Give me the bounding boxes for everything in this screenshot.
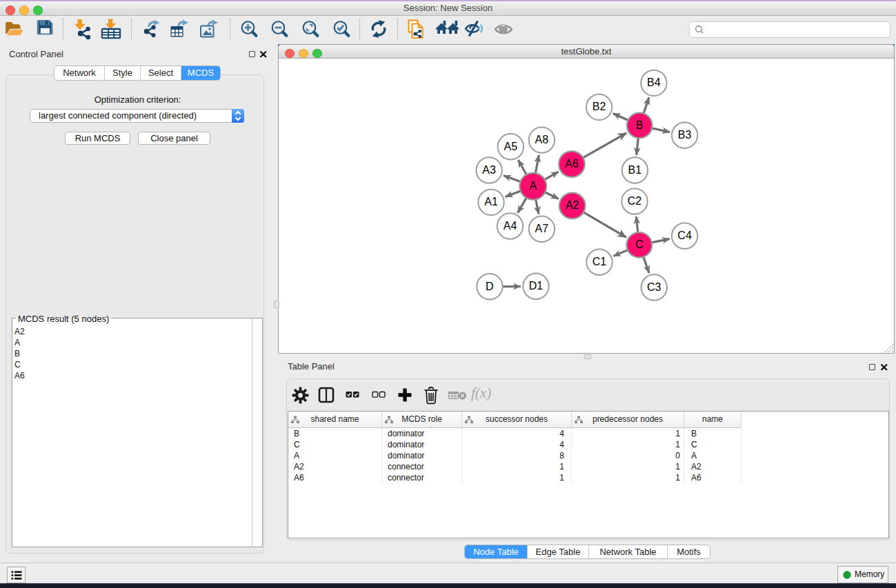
svg-text:C2: C2: [628, 195, 642, 207]
svg-text:A: A: [529, 180, 537, 192]
svg-text:A2: A2: [566, 199, 579, 211]
svg-text:A8: A8: [535, 134, 549, 145]
svg-text:C: C: [635, 239, 644, 250]
svg-text:D1: D1: [529, 280, 544, 292]
svg-text:A6: A6: [565, 158, 579, 170]
svg-text:B4: B4: [647, 77, 661, 88]
svg-text:B1: B1: [628, 164, 642, 176]
svg-text:B3: B3: [678, 129, 692, 141]
svg-text:A3: A3: [482, 164, 496, 176]
svg-text:C1: C1: [593, 256, 607, 267]
svg-text:A7: A7: [535, 223, 549, 234]
svg-text:B2: B2: [593, 101, 606, 112]
svg-text:C3: C3: [647, 281, 661, 293]
svg-text:A4: A4: [504, 220, 517, 232]
svg-text:D: D: [486, 281, 494, 292]
svg-text:C4: C4: [677, 230, 692, 241]
svg-text:A1: A1: [484, 196, 498, 207]
svg-text:B: B: [636, 119, 644, 131]
svg-text:A5: A5: [504, 141, 518, 152]
